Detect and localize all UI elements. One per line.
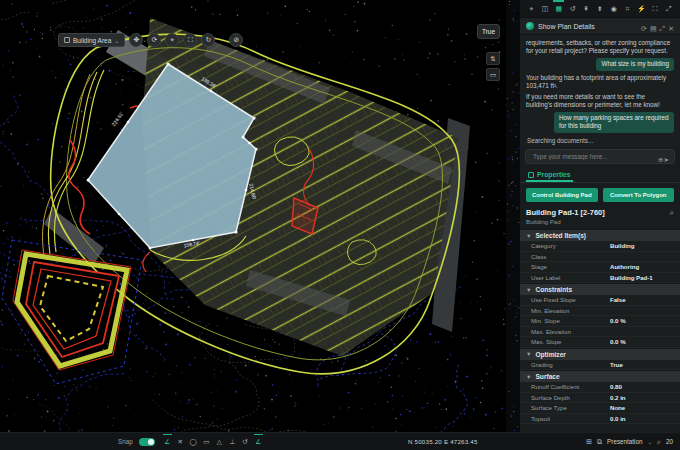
section-header[interactable]: ▼Constraints: [520, 283, 680, 295]
select-icon[interactable]: ⌖: [525, 0, 538, 18]
property-row: Topsoil0.0 in: [520, 414, 680, 425]
snap-intersection-icon[interactable]: ✕: [174, 438, 187, 446]
scale-tool-button[interactable]: ⛶: [183, 33, 197, 47]
snap-point-tool-button[interactable]: ⌖: [165, 33, 179, 47]
chat-message-assistant: If you need more details or want to see …: [526, 93, 672, 109]
property-row: Runoff Coefficient0.80: [520, 382, 680, 393]
property-label: Min. Slope: [531, 317, 610, 324]
grid-icon[interactable]: ⌗: [621, 0, 634, 18]
property-row: Max. Elevation: [520, 327, 680, 338]
chevron-down-icon[interactable]: ⌄: [647, 439, 652, 445]
send-icon[interactable]: ➤: [664, 156, 669, 163]
control-building-pad-button[interactable]: Control Building Pad: [526, 188, 598, 202]
rotate-tool-button[interactable]: ⟳: [147, 33, 161, 47]
property-label: Class: [531, 253, 610, 260]
popout-icon[interactable]: ⤢: [660, 25, 666, 32]
property-row: Surface Depth0.2 in: [520, 393, 680, 404]
chevron-down-icon: ▼: [526, 374, 531, 380]
message-input[interactable]: [531, 152, 654, 161]
map-viewport[interactable]: 224.61' 189.36' 214.80' 158.74' Building…: [0, 0, 520, 432]
map-edge-strip: [506, 0, 520, 432]
property-row: CategoryBuilding: [520, 241, 680, 252]
expand-icon[interactable]: ⤢: [662, 0, 675, 18]
snap-vertex-icon[interactable]: △: [213, 438, 226, 446]
snap-angle-icon[interactable]: ∠: [161, 438, 174, 446]
property-sections: ▼Selected Item(s)CategoryBuildingClassSt…: [520, 229, 680, 432]
site-plan-canvas[interactable]: 224.61' 189.36' 214.80' 158.74': [0, 0, 520, 432]
section-name: Selected Item(s): [535, 232, 586, 239]
selection-toolbar: Building Area ⌄ ✥⟳⌖⛶↻⊘: [58, 33, 243, 47]
convert-to-polygon-button[interactable]: Convert To Polygon: [603, 188, 675, 202]
chevron-down-icon: ▼: [526, 351, 531, 357]
zoom-icon[interactable]: ⌕: [657, 438, 661, 446]
property-value[interactable]: Building Pad-1: [610, 274, 674, 281]
tab-properties[interactable]: Properties: [526, 171, 573, 182]
property-value[interactable]: 0.0 %: [610, 317, 674, 324]
snap-rotate-icon[interactable]: ↺: [239, 438, 252, 446]
property-label: Grading: [531, 361, 610, 368]
plan-icon[interactable]: ▦: [552, 0, 565, 18]
property-value[interactable]: True: [610, 361, 674, 368]
property-value[interactable]: None: [610, 404, 674, 411]
selection-type-dropdown[interactable]: Building Area ⌄: [58, 33, 125, 47]
panel-toolbar: ⌖◫▦↺⇞⇟◉⌗⚡⛶⤢: [520, 0, 680, 18]
snap-perpendicular-icon[interactable]: ⊥: [226, 438, 239, 446]
property-label: Use Fixed Slope: [531, 296, 610, 303]
property-label: User Label: [531, 274, 610, 281]
property-value[interactable]: 0.0 %: [610, 338, 674, 345]
undo-icon[interactable]: ↺: [566, 0, 579, 18]
section-header[interactable]: ▼Optimizer: [520, 348, 680, 360]
elevation-toggle-button[interactable]: ⇅: [486, 52, 500, 65]
property-label: Min. Elevation: [531, 307, 610, 314]
section-header[interactable]: ▼Selected Item(s): [520, 229, 680, 241]
section-header[interactable]: ▼Surface: [520, 370, 680, 382]
selection-label: Building Area: [73, 37, 111, 44]
presentation-mode-label[interactable]: Presentation: [607, 438, 642, 445]
download-icon[interactable]: ⇟: [594, 0, 607, 18]
chat-message-assistant: requirements, setbacks, or other zoning …: [526, 39, 672, 55]
chat-input-bar: ⊕➤: [525, 149, 675, 164]
property-value[interactable]: False: [610, 296, 674, 303]
close-icon[interactable]: ✕: [668, 25, 674, 32]
property-label: Topsoil: [531, 415, 610, 422]
chat-header: Show Plan Details ⟳▤⤢✕: [520, 18, 680, 35]
property-value[interactable]: 0.2 in: [610, 394, 674, 401]
fullscreen-icon[interactable]: ⛶: [649, 0, 662, 18]
property-value[interactable]: Building: [610, 242, 674, 249]
menu-icon[interactable]: ▤: [650, 25, 657, 32]
property-label: Max. Slope: [531, 338, 610, 345]
snap-label: Snap: [118, 438, 133, 445]
snap-edge-icon[interactable]: ▭: [200, 438, 213, 446]
property-value[interactable]: Authoring: [610, 263, 674, 270]
layers-icon[interactable]: ⧉: [597, 438, 602, 446]
right-panel: ⌖◫▦↺⇞⇟◉⌗⚡⛶⤢ Show Plan Details ⟳▤⤢✕ requi…: [520, 0, 680, 432]
snap-custom-icon[interactable]: ∠: [252, 438, 265, 446]
property-label: Surface Type: [531, 404, 610, 411]
chevron-down-icon: ▼: [526, 233, 531, 239]
snap-circle-icon[interactable]: ◯: [187, 438, 200, 446]
true-north-button[interactable]: True: [477, 24, 500, 39]
panels-icon[interactable]: ◫: [539, 0, 552, 18]
snap-toggle[interactable]: [139, 438, 155, 446]
property-value[interactable]: 0.0 in: [610, 415, 674, 422]
properties-icon: [528, 172, 534, 178]
upload-icon[interactable]: ⇞: [580, 0, 593, 18]
move-tool-button[interactable]: ✥: [129, 33, 143, 47]
display-grid-icon[interactable]: ⊞: [586, 438, 592, 446]
property-row: GradingTrue: [520, 360, 680, 371]
chat-messages[interactable]: requirements, setbacks, or other zoning …: [520, 35, 680, 135]
refresh-icon[interactable]: ⟳: [641, 25, 647, 32]
property-value[interactable]: 0.80: [610, 383, 674, 390]
property-label: Max. Elevation: [531, 328, 610, 335]
flash-icon[interactable]: ⚡: [635, 0, 648, 18]
record-icon[interactable]: ◉: [607, 0, 620, 18]
delete-tool-button[interactable]: ⊘: [229, 33, 243, 47]
frame-toggle-button[interactable]: ▭: [486, 68, 500, 81]
property-label: Stage: [531, 263, 610, 270]
section-name: Optimizer: [535, 351, 565, 358]
property-label: Runoff Coefficient: [531, 383, 610, 390]
property-row: Class: [520, 252, 680, 263]
search-icon[interactable]: ⌕: [670, 208, 674, 218]
repeat-tool-button[interactable]: ↻: [201, 33, 215, 47]
chevron-down-icon: ▼: [526, 287, 531, 293]
